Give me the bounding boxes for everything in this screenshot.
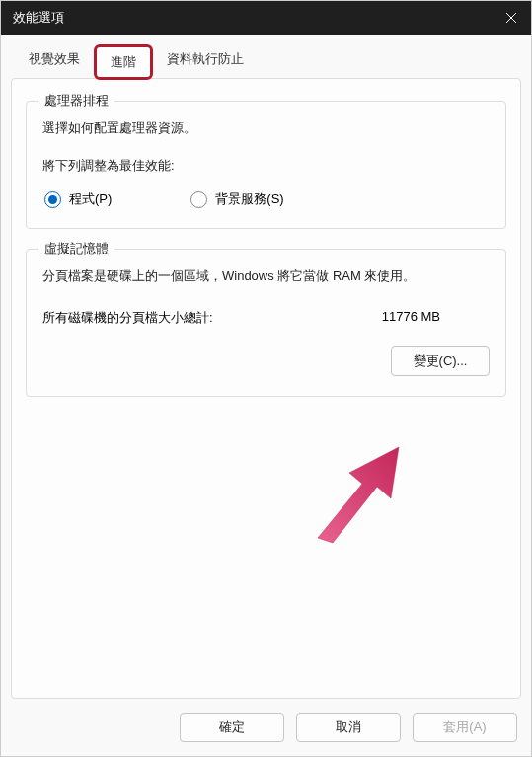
cancel-button[interactable]: 取消 (296, 713, 401, 742)
virtual-memory-group: 虛擬記憶體 分頁檔案是硬碟上的一個區域，Windows 將它當做 RAM 來使用… (26, 249, 506, 397)
adjust-label: 將下列調整為最佳效能: (42, 157, 490, 175)
tab-dep[interactable]: 資料執行防止 (153, 44, 258, 80)
processor-scheduling-group: 處理器排程 選擇如何配置處理器資源。 將下列調整為最佳效能: 程式(P) 背景服… (26, 101, 506, 229)
vm-legend: 虛擬記憶體 (38, 240, 114, 258)
apply-button: 套用(A) (413, 713, 517, 742)
tab-panel-advanced: 處理器排程 選擇如何配置處理器資源。 將下列調整為最佳效能: 程式(P) 背景服… (11, 78, 521, 699)
radio-background[interactable]: 背景服務(S) (190, 190, 283, 208)
tab-visual-effects[interactable]: 視覺效果 (15, 44, 94, 80)
annotation-arrow-icon (308, 439, 407, 548)
dialog-footer: 確定 取消 套用(A) (1, 699, 531, 756)
vm-desc: 分頁檔案是硬碟上的一個區域，Windows 將它當做 RAM 來使用。 (42, 267, 490, 285)
tab-strip: 視覺效果 進階 資料執行防止 (15, 44, 521, 80)
ok-button[interactable]: 確定 (180, 713, 284, 742)
vm-button-row: 變更(C)... (42, 346, 490, 376)
vm-total-value: 11776 MB (382, 309, 440, 327)
radio-programs[interactable]: 程式(P) (44, 190, 112, 208)
titlebar: 效能選項 (1, 1, 531, 35)
performance-options-dialog: 效能選項 視覺效果 進階 資料執行防止 處理器排程 選擇如何配置處理器資源。 將… (0, 0, 532, 757)
processor-legend: 處理器排程 (38, 92, 114, 110)
close-button[interactable] (492, 1, 531, 35)
radio-icon (44, 191, 61, 208)
change-button[interactable]: 變更(C)... (391, 346, 490, 376)
radio-row: 程式(P) 背景服務(S) (44, 190, 490, 208)
close-icon (505, 12, 517, 24)
processor-desc: 選擇如何配置處理器資源。 (42, 119, 490, 137)
window-title: 效能選項 (13, 9, 64, 27)
radio-background-label: 背景服務(S) (215, 190, 283, 208)
vm-total-row: 所有磁碟機的分頁檔大小總計: 11776 MB (42, 309, 490, 327)
radio-programs-label: 程式(P) (69, 190, 112, 208)
tab-advanced[interactable]: 進階 (94, 44, 153, 80)
vm-total-label: 所有磁碟機的分頁檔大小總計: (42, 309, 213, 327)
radio-icon (190, 191, 207, 208)
content-area: 視覺效果 進階 資料執行防止 處理器排程 選擇如何配置處理器資源。 將下列調整為… (1, 35, 531, 699)
